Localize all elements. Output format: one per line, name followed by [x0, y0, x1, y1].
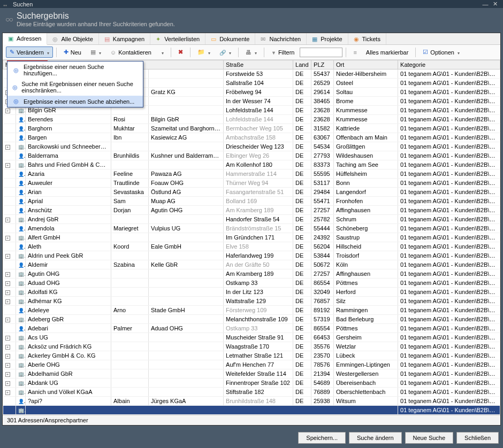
tab-kampagnen[interactable]: Kampagnen [99, 33, 150, 44]
neu-button[interactable]: Neu [60, 47, 85, 58]
veraendern-button[interactable]: Verändern [6, 47, 53, 58]
col-strasse[interactable]: Straße [224, 60, 293, 69]
col-kategorie[interactable]: Kategorie [398, 60, 500, 69]
table-row[interactable]: +Abdank UGFinnentroper Straße 102DE54689… [3, 379, 500, 388]
grid-wrap[interactable]: hörige Adresse Straße Land PLZ Ort Kateg… [3, 60, 500, 415]
table-row[interactable]: +Andrej GbRHandorfer Straße 54DE25782Sch… [3, 215, 500, 224]
table-row[interactable]: +Aberle OHGAuf'm Henchen 77DE78576Emming… [3, 360, 500, 369]
link-button[interactable] [216, 47, 235, 58]
table-row[interactable]: AzariaFeelinePawaza AGHammerstraße 114DE… [3, 169, 500, 179]
expand-icon[interactable]: + [5, 354, 10, 359]
delete-button[interactable] [174, 47, 187, 58]
table-row[interactable]: +Barcikowski und Schneeberger KGDriesche… [3, 142, 500, 151]
table-row[interactable]: ?api?AlbainJürges KGaABrunhildstraße 148… [3, 397, 500, 406]
expand-icon[interactable]: + [5, 381, 10, 386]
table-row[interactable]: +Bahrs und Fried GmbH & Co. KGAm Kollenh… [3, 160, 500, 169]
expand-icon[interactable]: + [5, 345, 10, 350]
expand-icon[interactable]: + [5, 363, 10, 368]
table-row[interactable]: AprialSamMuap AGBolland 169DE55471Fronho… [3, 197, 500, 206]
alles-markierbar-button[interactable]: Alles markierbar [362, 47, 412, 58]
optionen-button[interactable]: Optionen [419, 47, 463, 58]
col-land[interactable]: Land [293, 60, 311, 69]
table-row[interactable]: +Acs UGMuscheider Straße 91DE66453Gershe… [3, 333, 500, 342]
link-icon [219, 49, 226, 56]
table-row[interactable]: AuweulerTrautlindeFoauw OHGThürner Weg 9… [3, 179, 500, 188]
dropdown-item[interactable]: Suche mit Ergebnissen einer neuen Suche … [7, 79, 143, 96]
table-row[interactable]: AlethKoordEale GmbHElve 158DE56204Hillsc… [3, 242, 500, 251]
table-row[interactable]: +Aanich und Völkel KGaAStiftstraße 182DE… [3, 388, 500, 397]
expand-icon[interactable]: + [5, 372, 10, 377]
expand-icon[interactable]: + [5, 163, 10, 168]
grid-button[interactable] [87, 47, 105, 58]
expand-icon[interactable]: + [5, 390, 10, 395]
table-row[interactable]: +Aduad OHGOstkamp 33DE86554Pöttmes01 teg… [3, 279, 500, 288]
building-icon [18, 252, 24, 259]
tab-dokumente[interactable]: Dokumente [205, 33, 255, 44]
titlebar: Suchen — ✕ [0, 0, 503, 8]
table-row[interactable]: ArianSevastaskaÖstlund AGFasangartenstra… [3, 188, 500, 197]
expand-icon[interactable]: + [5, 218, 10, 222]
tab-tickets[interactable]: Tickets [348, 33, 386, 44]
tab-bar: AdressenAlle ObjekteKampagnenVerteilerli… [3, 33, 500, 45]
person-icon [18, 225, 24, 230]
expand-icon[interactable]: + [5, 109, 10, 113]
person-icon [18, 325, 24, 330]
print-button[interactable] [242, 47, 261, 58]
expand-icon[interactable]: + [5, 336, 10, 341]
table-row[interactable]: BerendesRosiBilgin GbRLohfeldstraße 144D… [3, 115, 500, 124]
neue-suche-button[interactable]: Neue Suche [405, 432, 454, 444]
delete-icon [178, 49, 183, 56]
person-icon [18, 152, 24, 158]
building-icon [18, 343, 24, 350]
table-row[interactable]: +Agutin OHGAm Kramberg 189DE27257Affingh… [3, 269, 500, 279]
table-row-selected[interactable]: 01 teganem AG\01 - Kunden\B2B\Kampagne [3, 406, 500, 415]
expand-icon[interactable]: + [5, 272, 10, 277]
kontaktieren-button[interactable]: Kontaktieren [106, 47, 155, 58]
expand-icon[interactable]: + [5, 145, 10, 150]
table-row[interactable]: +Ackerley GmbH & Co. KGLetmather Straße … [3, 351, 500, 360]
table-row[interactable]: BargenIbnKasiewicz AGAmbachstraße 158DE6… [3, 133, 500, 142]
table-row[interactable]: +Acksöz und Frädrich KGWaagstraße 170DE3… [3, 342, 500, 351]
expand-icon[interactable]: + [5, 254, 10, 259]
table-row[interactable]: AnschützDorjanAgutin OHGAm Kramberg 189D… [3, 206, 500, 215]
kontaktieren-drop[interactable] [157, 47, 167, 58]
tab-alle-objekte[interactable]: Alle Objekte [47, 33, 98, 44]
expand-icon[interactable]: + [5, 236, 10, 241]
table-row[interactable]: BalderramaBrunhildisKushner und Balderra… [3, 151, 500, 160]
lines-button[interactable] [349, 47, 360, 58]
table-row[interactable]: AldemirSzabinaKelle GbRAn der Gräfte 50D… [3, 260, 500, 269]
close-button[interactable]: ✕ [490, 1, 500, 7]
tab-adressen[interactable]: Adressen [3, 33, 47, 45]
filter-input[interactable] [300, 48, 342, 57]
expand-icon[interactable]: + [5, 281, 10, 286]
table-row[interactable]: +Aldrin und Peek GbRHaferlandweg 199DE53… [3, 251, 500, 260]
table-row[interactable]: +Alfert GmbHIm Gründchen 171DE24392Saust… [3, 233, 500, 242]
expand-icon[interactable]: + [5, 299, 10, 304]
suche-aendern-button[interactable]: Suche ändern [349, 432, 402, 444]
building-icon [18, 389, 24, 395]
table-row[interactable]: AdeleyeArnoStade GmbHFörsterweg 109DE891… [3, 306, 500, 315]
dropdown-item[interactable]: Ergebnisse einer neuen Suche hinzufügen.… [7, 61, 143, 79]
speichern-button[interactable]: Speichern... [298, 432, 346, 444]
col-ort[interactable]: Ort [334, 60, 398, 69]
expand-icon[interactable]: + [5, 290, 10, 295]
table-row[interactable]: +Abdelhamid GbRWeitefelder Straße 114DE2… [3, 369, 500, 379]
tab-verteilerlisten[interactable]: Verteilerlisten [150, 33, 205, 44]
table-row[interactable]: AdebariPalmerAduad OHGOstkamp 33DE86554P… [3, 324, 500, 333]
folder-button[interactable] [194, 47, 214, 58]
expand-icon[interactable]: + [5, 318, 10, 322]
table-row[interactable]: AmendolaMariegretVulpius UGBrändströmstr… [3, 224, 500, 233]
minimize-button[interactable]: — [481, 1, 490, 7]
table-row[interactable]: +Adhémar KGWattstraße 129DE76857Silz01 t… [3, 297, 500, 306]
tab-projekte[interactable]: Projekte [307, 33, 348, 44]
table-row[interactable]: +Adeberg GbRMelanchthonstraße 109DE57319… [3, 315, 500, 324]
tab-nachrichten[interactable]: Nachrichten [255, 33, 307, 44]
building-icon [18, 143, 24, 150]
schliessen-button[interactable]: Schließen [456, 432, 499, 444]
person-icon [18, 207, 24, 212]
col-plz[interactable]: PLZ [311, 60, 334, 69]
table-row[interactable]: +Adolfati KGIn der Litz 123DE32049Herfor… [3, 288, 500, 297]
table-row[interactable]: BarghornMukhtarSzameitat und Barghorn AG… [3, 124, 500, 133]
filter-button[interactable]: Filtern [268, 47, 298, 58]
dropdown-item[interactable]: Ergebnisse einer neuen Suche abziehen... [7, 96, 143, 107]
